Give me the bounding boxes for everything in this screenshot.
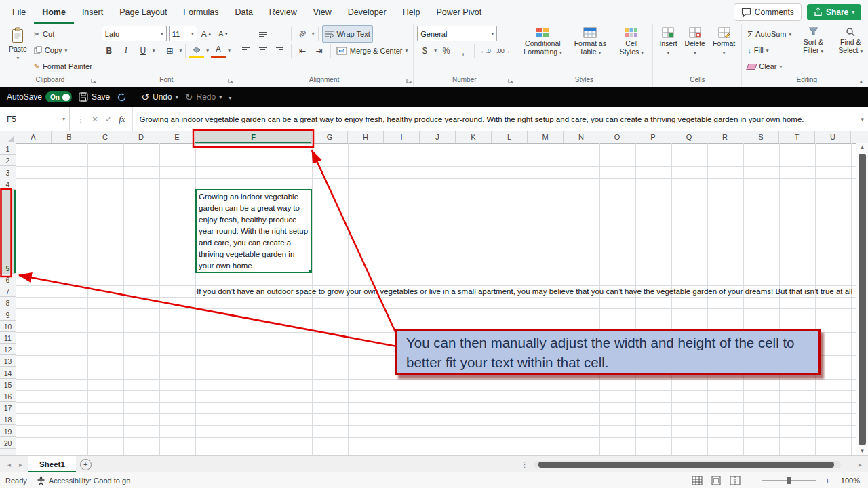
column-header-u[interactable]: U — [815, 131, 851, 143]
column-header-p[interactable]: P — [635, 131, 671, 143]
fill-color-dropdown-icon[interactable]: ▾ — [206, 47, 209, 54]
column-header-j[interactable]: J — [420, 131, 456, 143]
copy-button[interactable]: Copy▾ — [32, 42, 94, 58]
row-header-18[interactable]: 18 — [0, 413, 16, 425]
orientation-button[interactable]: ab — [295, 27, 310, 41]
page-layout-view-icon[interactable] — [710, 475, 722, 486]
insert-cells-button[interactable]: Insert▾ — [656, 26, 679, 58]
scroll-up-icon[interactable]: ▲ — [856, 144, 868, 150]
autosum-dropdown-icon[interactable]: ▾ — [789, 31, 792, 37]
name-box-dropdown-icon[interactable]: ▾ — [62, 116, 65, 122]
tab-file[interactable]: File — [4, 0, 34, 24]
undo-dropdown-icon[interactable]: ▾ — [176, 94, 178, 100]
number-dialog-launcher[interactable] — [508, 76, 513, 85]
tab-view[interactable]: View — [305, 0, 340, 24]
vertical-scrollbar[interactable]: ▲ ▼ — [856, 143, 868, 455]
tab-review[interactable]: Review — [261, 0, 305, 24]
share-dropdown-icon[interactable]: ▾ — [852, 9, 854, 15]
name-box-resize-handle[interactable]: ⋮ — [77, 115, 85, 124]
font-color-dropdown-icon[interactable]: ▾ — [228, 47, 231, 54]
column-header-t[interactable]: T — [779, 131, 815, 143]
cell-f7-text[interactable]: If you don’t have an outdoor space to gr… — [197, 286, 852, 298]
cell-styles-button[interactable]: Cell Styles ▾ — [614, 26, 649, 58]
copy-dropdown-icon[interactable]: ▾ — [65, 47, 68, 54]
sheet-nav-left-icon[interactable]: ◂ — [5, 461, 13, 468]
save-button[interactable]: Save — [79, 92, 110, 102]
row-header-15[interactable]: 15 — [0, 379, 16, 390]
align-left-button[interactable] — [239, 44, 254, 58]
row-header-14[interactable]: 14 — [0, 367, 16, 378]
underline-dropdown-icon[interactable]: ▾ — [153, 47, 155, 54]
align-center-button[interactable] — [256, 44, 271, 58]
paste-dropdown-icon[interactable]: ▾ — [17, 55, 20, 61]
row-header-9[interactable]: 9 — [0, 308, 16, 320]
row-header-17[interactable]: 17 — [0, 402, 16, 413]
vertical-scrollbar-thumb[interactable] — [859, 154, 866, 445]
align-bottom-button[interactable] — [273, 27, 288, 41]
confirm-entry-icon[interactable]: ✓ — [105, 115, 112, 124]
active-cell-f5[interactable]: Growing an indoor vegetable garden can b… — [195, 189, 312, 273]
column-header-l[interactable]: L — [492, 131, 528, 143]
zoom-slider-thumb[interactable] — [787, 477, 791, 484]
bold-button[interactable]: B — [102, 44, 117, 58]
format-cells-button[interactable]: Format▾ — [710, 26, 738, 58]
number-format-select[interactable]: General▾ — [417, 26, 497, 41]
increase-indent-button[interactable]: ⇥ — [312, 44, 327, 58]
column-header-a[interactable]: A — [16, 131, 52, 143]
align-middle-button[interactable] — [256, 27, 271, 41]
horizontal-scrollbar[interactable] — [534, 461, 841, 468]
accounting-format-button[interactable]: $ — [417, 44, 432, 58]
row-header-2[interactable]: 2 — [0, 155, 16, 166]
autosave-toggle[interactable]: AutoSave On — [7, 92, 72, 102]
decrease-decimal-button[interactable]: .00→ — [495, 44, 511, 58]
horizontal-scrollbar-thumb[interactable] — [538, 462, 834, 468]
column-header-n[interactable]: N — [564, 131, 599, 143]
decrease-indent-button[interactable]: ⇤ — [295, 44, 310, 58]
row-header-3[interactable]: 3 — [0, 166, 16, 178]
row-header-5[interactable]: 5 — [0, 190, 16, 274]
sheet-bar-splitter[interactable]: ⋮ — [521, 460, 528, 469]
tab-formulas[interactable]: Formulas — [175, 0, 226, 24]
merge-center-button[interactable]: Merge & Center▾ — [334, 43, 410, 59]
font-size-select[interactable]: 11▾ — [169, 26, 197, 41]
name-box[interactable]: F5 ▾ — [0, 107, 70, 131]
worksheet-grid[interactable]: Growing an indoor vegetable garden can b… — [0, 131, 868, 455]
increase-decimal-button[interactable]: ←.0 — [478, 44, 493, 58]
conditional-formatting-button[interactable]: Conditional Formatting ▾ — [519, 26, 566, 58]
font-name-select[interactable]: Lato▾ — [102, 26, 167, 41]
sync-button[interactable] — [117, 92, 127, 102]
insert-function-button[interactable]: fx — [119, 114, 125, 125]
row-header-16[interactable]: 16 — [0, 390, 16, 402]
scroll-down-icon[interactable]: ▼ — [856, 448, 868, 454]
borders-button[interactable]: ⊞ — [163, 44, 178, 58]
tab-home[interactable]: Home — [34, 0, 74, 24]
autosum-button[interactable]: Σ AutoSum▾ — [745, 26, 793, 42]
column-header-m[interactable]: M — [528, 131, 564, 143]
tab-developer[interactable]: Developer — [340, 0, 395, 24]
find-select-button[interactable]: Find & Select ▾ — [833, 26, 868, 56]
increase-font-size-button[interactable]: A▲ — [199, 27, 214, 41]
cut-button[interactable]: ✂ Cut — [32, 26, 94, 42]
column-header-g[interactable]: G — [312, 131, 348, 143]
fill-color-button[interactable] — [189, 43, 204, 58]
italic-button[interactable]: I — [119, 44, 134, 58]
row-header-11[interactable]: 11 — [0, 332, 16, 344]
fill-button[interactable]: ↓ Fill▾ — [745, 42, 793, 58]
sort-filter-button[interactable]: Sort & Filter ▾ — [795, 26, 831, 56]
column-header-c[interactable]: C — [87, 131, 123, 143]
row-header-8[interactable]: 8 — [0, 297, 16, 308]
row-header-13[interactable]: 13 — [0, 355, 16, 367]
orientation-dropdown-icon[interactable]: ▾ — [312, 30, 315, 37]
clipboard-dialog-launcher[interactable] — [91, 76, 96, 85]
undo-button[interactable]: ↺ Undo ▾ — [141, 92, 178, 102]
tab-insert[interactable]: Insert — [74, 0, 111, 24]
select-all-button[interactable] — [0, 131, 16, 143]
row-header-6[interactable]: 6 — [0, 274, 16, 285]
tab-page-layout[interactable]: Page Layout — [111, 0, 175, 24]
delete-cells-button[interactable]: Delete▾ — [682, 26, 708, 58]
row-header-4[interactable]: 4 — [0, 178, 16, 190]
share-button[interactable]: Share ▾ — [807, 4, 861, 20]
column-header-e[interactable]: E — [159, 131, 195, 143]
row-header-10[interactable]: 10 — [0, 321, 16, 332]
normal-view-icon[interactable] — [691, 475, 703, 486]
